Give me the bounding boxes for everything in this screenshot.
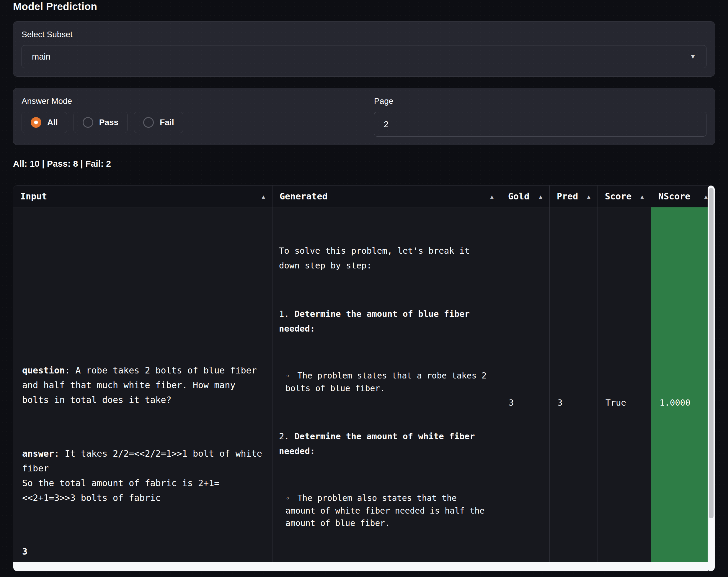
cell-generated: To solve this problem, let's break it do… [272,208,501,562]
bullet-icon: ◦ [285,372,290,380]
column-header-score[interactable]: Score ▲ [598,186,651,207]
column-label: Gold [508,191,529,201]
subset-label: Select Subset [22,30,706,39]
sort-asc-icon: ▲ [539,193,542,200]
subset-card: Select Subset main ▼ [13,21,715,77]
column-header-nscore[interactable]: NScore ▲ [651,186,715,207]
prediction-table: Input ▲ Generated ▲ Gold ▲ Pred ▲ Score … [13,185,715,571]
column-label: Input [20,191,47,201]
subset-select-value: main [32,52,51,62]
column-label: NScore [658,191,690,201]
radio-selected-icon [31,117,41,128]
radio-option-label: Pass [99,118,119,127]
answer-mode-options: All Pass Fail [22,112,374,133]
column-header-input[interactable]: Input ▲ [13,186,272,207]
cell-nscore: 1.0000 [651,208,715,562]
radio-option-label: All [47,118,58,127]
sort-asc-icon: ▲ [587,193,591,200]
page-input[interactable]: 2 [374,112,706,137]
generated-step-2: 2. Determine the amount of white fiber n… [279,429,495,459]
final-answer: 3 [22,546,27,557]
controls-card: Answer Mode All Pass Fail Page 2 [13,88,715,145]
column-header-gold[interactable]: Gold ▲ [501,186,550,207]
column-header-generated[interactable]: Generated ▲ [272,186,501,207]
answer-mode-group: Answer Mode All Pass Fail [22,97,374,137]
sort-asc-icon: ▲ [641,193,644,200]
cell-input: question: A robe takes 2 bolts of blue f… [13,208,272,562]
column-label: Pred [557,191,578,201]
horizontal-scrollbar[interactable] [13,562,708,571]
generated-bullet: ◦The problem states that a robe takes 2 … [279,369,495,395]
sort-asc-icon: ▲ [490,193,494,200]
cell-score: True [598,208,651,562]
page-input-value: 2 [384,119,389,129]
vertical-scrollbar[interactable] [708,186,715,571]
radio-option-fail[interactable]: Fail [134,112,183,133]
sort-asc-icon: ▲ [704,193,708,200]
bullet-icon: ◦ [285,494,290,503]
page-label: Page [374,97,706,106]
generated-bullet: ◦The problem also states that the amount… [279,492,495,529]
column-header-pred[interactable]: Pred ▲ [550,186,598,207]
page-group: Page 2 [374,97,706,137]
vertical-scrollbar-thumb[interactable] [709,188,713,518]
subset-select[interactable]: main ▼ [22,45,706,68]
main-content: Model Prediction Select Subset main ▼ An… [0,0,728,571]
table-row: question: A robe takes 2 bolts of blue f… [13,208,715,562]
cell-gold: 3 [501,208,550,562]
radio-unselected-icon [143,117,154,128]
generated-intro: To solve this problem, let's break it do… [279,243,495,273]
radio-option-all[interactable]: All [22,112,67,133]
table-header-row: Input ▲ Generated ▲ Gold ▲ Pred ▲ Score … [13,186,715,208]
answer-text: : It takes 2/2=<<2/2=1>>1 bolt of white … [22,448,262,503]
column-label: Score [605,191,631,201]
results-summary: All: 10 | Pass: 8 | Fail: 2 [13,159,715,169]
generated-step-1: 1. Determine the amount of blue fiber ne… [279,306,495,336]
column-label: Generated [280,191,328,201]
radio-unselected-icon [83,117,93,128]
answer-mode-label: Answer Mode [22,97,374,106]
answer-key: answer [22,448,54,459]
page-title: Model Prediction [13,0,715,12]
radio-option-pass[interactable]: Pass [74,112,128,133]
sort-asc-icon: ▲ [262,193,265,200]
chevron-down-icon: ▼ [690,53,696,60]
radio-option-label: Fail [160,118,174,127]
cell-pred: 3 [550,208,598,562]
question-key: question [22,365,65,376]
